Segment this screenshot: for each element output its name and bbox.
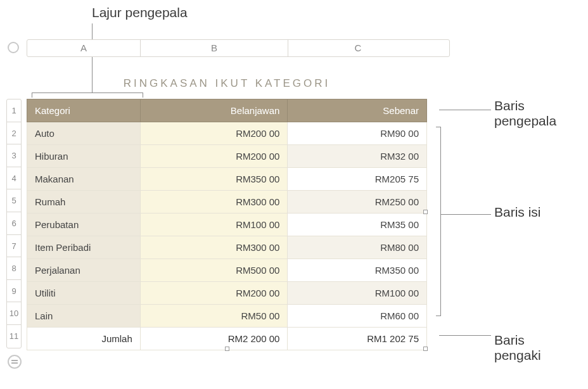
table-row: Perubatan RM100 00 RM35 00 <box>27 214 427 236</box>
selection-handle[interactable] <box>225 347 229 351</box>
header-budget[interactable]: Belanjawan <box>140 99 288 122</box>
cell-budget[interactable]: RM300 00 <box>140 191 288 214</box>
selection-handle[interactable] <box>423 210 428 214</box>
row-header-8[interactable]: 8 <box>7 257 21 280</box>
cell-category[interactable]: Perjalanan <box>27 259 141 282</box>
cell-actual[interactable]: RM60 00 <box>288 305 427 328</box>
leader-bracket <box>436 127 441 127</box>
table-row: Rumah RM300 00 RM250 00 <box>27 191 427 214</box>
table-row: Utiliti RM200 00 RM100 00 <box>27 282 427 305</box>
data-table: Kategori Belanjawan Sebenar Auto RM200 0… <box>27 99 427 350</box>
table-title[interactable]: RINGKASAN IKUT KATEGORI <box>27 73 427 99</box>
spreadsheet-area: A B C <box>6 39 450 57</box>
footer-budget[interactable]: RM2 200 00 <box>140 328 288 350</box>
table-row: Auto RM200 00 RM90 00 <box>27 122 427 145</box>
cell-category[interactable]: Utiliti <box>27 282 141 305</box>
leader-bracket <box>440 127 441 316</box>
row-header-3[interactable]: 3 <box>7 144 21 167</box>
cell-budget[interactable]: RM500 00 <box>140 259 288 282</box>
callout-header-row: Baris pengepala <box>494 98 556 129</box>
table-row: Makanan RM350 00 RM205 75 <box>27 168 427 191</box>
column-header-A[interactable]: A <box>27 40 141 56</box>
cell-actual[interactable]: RM100 00 <box>288 282 427 305</box>
cell-actual[interactable]: RM250 00 <box>288 191 427 214</box>
cell-actual[interactable]: RM35 00 <box>288 214 427 236</box>
leader-bracket <box>436 316 441 316</box>
footer-actual[interactable]: RM1 202 75 <box>288 328 427 350</box>
cell-actual[interactable]: RM32 00 <box>288 145 427 168</box>
table-row: Lain RM50 00 RM60 00 <box>27 305 427 328</box>
callout-footer-row: Baris pengaki <box>494 333 541 363</box>
table-row: Item Peribadi RM300 00 RM80 00 <box>27 236 427 259</box>
table-row: Perjalanan RM500 00 RM350 00 <box>27 259 427 282</box>
header-actual[interactable]: Sebenar <box>288 99 427 122</box>
leader-line <box>440 214 491 215</box>
add-row-handle[interactable] <box>8 355 22 369</box>
row-header-10[interactable]: 10 <box>7 302 21 325</box>
row-header-5[interactable]: 5 <box>7 189 21 212</box>
cell-category[interactable]: Rumah <box>27 191 141 214</box>
column-header-bar: A B C <box>27 39 450 57</box>
header-category[interactable]: Kategori <box>27 99 141 122</box>
cell-category[interactable]: Auto <box>27 122 141 145</box>
leader-line <box>439 335 491 336</box>
cell-actual[interactable]: RM80 00 <box>288 236 427 259</box>
callout-header-column: Lajur pengepala <box>92 5 188 20</box>
cell-actual[interactable]: RM90 00 <box>288 122 427 145</box>
row-header-6[interactable]: 6 <box>7 212 21 235</box>
cell-category[interactable]: Makanan <box>27 168 141 191</box>
cell-budget[interactable]: RM350 00 <box>140 168 288 191</box>
cell-category[interactable]: Hiburan <box>27 145 141 168</box>
column-header-B[interactable]: B <box>141 40 288 56</box>
callout-body-rows: Baris isi <box>494 205 541 220</box>
cell-budget[interactable]: RM200 00 <box>140 282 288 305</box>
selection-handle[interactable] <box>423 347 428 351</box>
cell-budget[interactable]: RM50 00 <box>140 305 288 328</box>
footer-label[interactable]: Jumlah <box>27 328 141 350</box>
cell-budget[interactable]: RM200 00 <box>140 145 288 168</box>
column-header-C[interactable]: C <box>288 40 428 56</box>
row-header-4[interactable]: 4 <box>7 167 21 190</box>
cell-budget[interactable]: RM300 00 <box>140 236 288 259</box>
table-container: RINGKASAN IKUT KATEGORI Kategori Belanja… <box>27 73 427 350</box>
header-row: Kategori Belanjawan Sebenar <box>27 99 427 122</box>
cell-category[interactable]: Perubatan <box>27 214 141 236</box>
row-header-2[interactable]: 2 <box>7 122 21 145</box>
cell-category[interactable]: Lain <box>27 305 141 328</box>
cell-category[interactable]: Item Peribadi <box>27 236 141 259</box>
row-header-bar: 1 2 3 4 5 6 7 8 9 10 11 <box>6 99 22 348</box>
leader-line <box>439 110 491 110</box>
table-row: Hiburan RM200 00 RM32 00 <box>27 145 427 168</box>
cell-actual[interactable]: RM350 00 <box>288 259 427 282</box>
row-header-9[interactable]: 9 <box>7 280 21 303</box>
row-header-7[interactable]: 7 <box>7 235 21 258</box>
cell-budget[interactable]: RM200 00 <box>140 122 288 145</box>
row-header-11[interactable]: 11 <box>7 325 21 348</box>
cell-actual[interactable]: RM205 75 <box>288 168 427 191</box>
cell-budget[interactable]: RM100 00 <box>140 214 288 236</box>
row-header-1[interactable]: 1 <box>7 99 21 122</box>
